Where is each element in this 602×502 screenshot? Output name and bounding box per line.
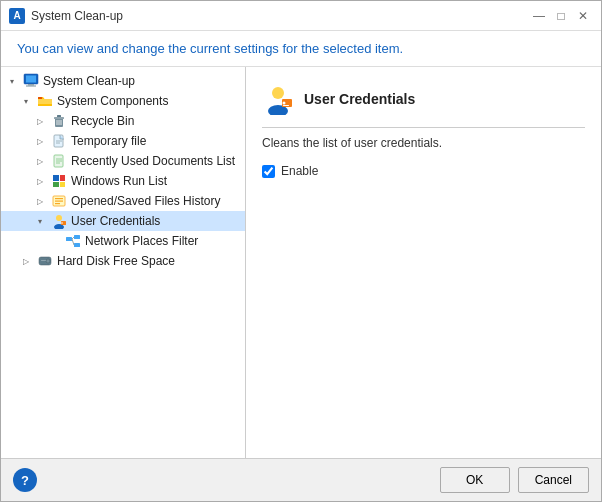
tree-item-label-opened-saved: Opened/Saved Files History [71, 194, 220, 208]
recycle-bin-expander[interactable]: ▷ [33, 114, 47, 128]
opened-saved-icon [51, 193, 67, 209]
main-content: ▾ System Clean-up ▾ [1, 67, 601, 458]
svg-rect-1 [26, 76, 36, 83]
system-components-expander[interactable]: ▾ [19, 94, 33, 108]
svg-rect-31 [74, 235, 80, 239]
tree-item-user-credentials[interactable]: ▾ User Credentials [1, 211, 245, 231]
info-bar: You can view and change the current sett… [1, 31, 601, 67]
enable-label[interactable]: Enable [281, 164, 318, 178]
svg-rect-7 [57, 115, 61, 117]
recently-used-expander[interactable]: ▷ [33, 154, 47, 168]
svg-rect-3 [26, 86, 36, 87]
detail-header: User Credentials [262, 83, 585, 115]
title-controls: — □ ✕ [529, 6, 593, 26]
tree-item-temporary-file[interactable]: ▷ Temporary file [1, 131, 245, 151]
temp-file-icon [51, 133, 67, 149]
recently-used-icon [51, 153, 67, 169]
recycle-bin-icon [51, 113, 67, 129]
tree-item-label-recycle-bin: Recycle Bin [71, 114, 134, 128]
svg-rect-21 [60, 182, 65, 187]
opened-saved-expander[interactable]: ▷ [33, 194, 47, 208]
svg-rect-37 [41, 260, 46, 261]
svg-rect-32 [74, 243, 80, 247]
svg-rect-18 [53, 175, 59, 181]
svg-rect-4 [38, 97, 42, 99]
svg-point-41 [283, 102, 286, 105]
tree-item-label-system-components: System Components [57, 94, 168, 108]
minimize-button[interactable]: — [529, 6, 549, 26]
close-button[interactable]: ✕ [573, 6, 593, 26]
svg-point-26 [56, 215, 62, 221]
tree-root-label: System Clean-up [43, 74, 135, 88]
info-message: You can view and change the current sett… [17, 41, 403, 56]
svg-rect-20 [53, 182, 59, 187]
svg-line-33 [72, 237, 74, 239]
user-credentials-icon [51, 213, 67, 229]
network-places-icon [65, 233, 81, 249]
tree-item-hard-disk[interactable]: ▷ Hard Disk Free Space [1, 251, 245, 271]
detail-description: Cleans the list of user credentials. [262, 136, 585, 150]
folder-icon [37, 93, 53, 109]
title-bar-left: A System Clean-up [9, 8, 123, 24]
svg-rect-23 [55, 198, 63, 199]
temporary-file-expander[interactable]: ▷ [33, 134, 47, 148]
computer-icon [23, 73, 39, 89]
tree-item-label-windows-run: Windows Run List [71, 174, 167, 188]
tree-item-windows-run-list[interactable]: ▷ Windows Run List [1, 171, 245, 191]
detail-panel: User Credentials Cleans the list of user… [246, 67, 601, 458]
tree-item-label-recently-used: Recently Used Documents List [71, 154, 235, 168]
detail-title: User Credentials [304, 91, 415, 107]
root-expander[interactable]: ▾ [5, 74, 19, 88]
svg-point-36 [46, 259, 50, 263]
hard-disk-icon [37, 253, 53, 269]
svg-point-29 [61, 222, 63, 224]
tree-root[interactable]: ▾ System Clean-up [1, 71, 245, 91]
cancel-button[interactable]: Cancel [518, 467, 589, 493]
svg-rect-6 [54, 117, 64, 119]
ok-button[interactable]: OK [440, 467, 510, 493]
window-title: System Clean-up [31, 9, 123, 23]
tree-item-label-temporary-file: Temporary file [71, 134, 146, 148]
tree-item-recycle-bin[interactable]: ▷ Recycle Bin [1, 111, 245, 131]
svg-rect-24 [55, 201, 63, 202]
main-window: A System Clean-up — □ ✕ You can view and… [0, 0, 602, 502]
svg-line-34 [72, 239, 74, 245]
svg-rect-30 [66, 237, 72, 241]
title-bar: A System Clean-up — □ ✕ [1, 1, 601, 31]
tree-item-opened-saved[interactable]: ▷ Opened/Saved Files History [1, 191, 245, 211]
tree-item-label-hard-disk: Hard Disk Free Space [57, 254, 175, 268]
windows-run-icon [51, 173, 67, 189]
tree-panel[interactable]: ▾ System Clean-up ▾ [1, 67, 246, 458]
detail-icon [262, 83, 294, 115]
svg-rect-25 [55, 203, 60, 204]
windows-run-expander[interactable]: ▷ [33, 174, 47, 188]
enable-checkbox[interactable] [262, 165, 275, 178]
app-icon: A [9, 8, 25, 24]
bottom-left: ? [13, 468, 37, 492]
tree-item-recently-used[interactable]: ▷ Recently Used Documents List [1, 151, 245, 171]
user-credentials-expander[interactable]: ▾ [33, 214, 47, 228]
help-button[interactable]: ? [13, 468, 37, 492]
svg-point-38 [272, 87, 284, 99]
maximize-button[interactable]: □ [551, 6, 571, 26]
svg-rect-2 [28, 84, 34, 86]
bottom-bar: ? OK Cancel [1, 458, 601, 501]
detail-divider [262, 127, 585, 128]
svg-rect-42 [283, 105, 289, 106]
bottom-right: OK Cancel [440, 467, 589, 493]
svg-rect-19 [60, 175, 65, 181]
tree-item-network-places[interactable]: ▷ Network Places Filter [1, 231, 245, 251]
tree-item-label-user-credentials: User Credentials [71, 214, 160, 228]
hard-disk-expander[interactable]: ▷ [19, 254, 33, 268]
enable-checkbox-row[interactable]: Enable [262, 164, 585, 178]
tree-item-system-components[interactable]: ▾ System Components [1, 91, 245, 111]
tree-item-label-network-places: Network Places Filter [85, 234, 198, 248]
